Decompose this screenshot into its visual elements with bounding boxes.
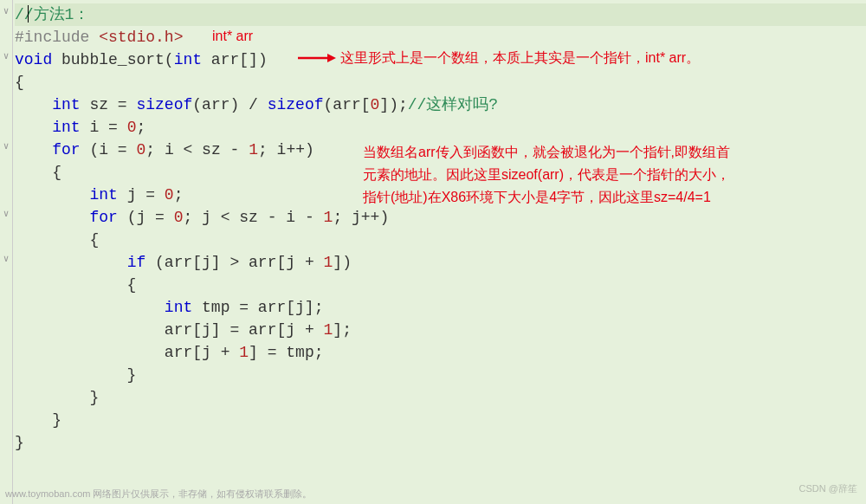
watermark-csdn: CSDN @辞笙 xyxy=(799,482,857,495)
fold-mark[interactable] xyxy=(0,23,12,45)
code-line: { xyxy=(15,71,866,94)
annotation-top-label: int* arr xyxy=(212,26,253,47)
annotation-arrow-note: 这里形式上是一个数组，本质上其实是一个指针，int* arr。 xyxy=(340,48,700,68)
code-line: int sz = sizeof(arr) / sizeof(arr[0]);//… xyxy=(15,94,866,116)
annotation-para-1: 当数组名arr传入到函数中，就会被退化为一个指针,即数组首 xyxy=(363,142,730,163)
annotation-para-2: 元素的地址。因此这里sizeof(arr)，代表是一个指针的大小， xyxy=(363,165,730,185)
code-line: arr[j] = arr[j + 1]; xyxy=(15,319,866,341)
annotation-para-3: 指针(地址)在X86环境下大小是4字节，因此这里sz=4/4=1 xyxy=(363,187,711,208)
svg-marker-1 xyxy=(327,54,336,62)
code-line: int i = 0; xyxy=(15,116,866,139)
code-line: { xyxy=(15,229,866,251)
watermark-text: www.toymoban.com 网络图片仅供展示，非存储，如有侵权请联系删除。 xyxy=(5,488,312,501)
text-cursor xyxy=(28,5,29,23)
code-line: #include <stdio.h> xyxy=(15,26,866,48)
editor-gutter: ∨ ∨ ∨ ∨ ∨ xyxy=(0,0,13,504)
code-line: //方法1： xyxy=(15,3,866,26)
fold-mark[interactable]: ∨ xyxy=(0,203,12,225)
code-line: } xyxy=(15,431,866,454)
fold-mark[interactable]: ∨ xyxy=(0,45,12,68)
fold-mark[interactable] xyxy=(0,68,12,90)
fold-mark[interactable]: ∨ xyxy=(0,135,12,158)
code-content[interactable]: //方法1： #include <stdio.h> void bubble_so… xyxy=(13,0,866,504)
code-line: arr[j + 1] = tmp; xyxy=(15,341,866,364)
fold-mark[interactable]: ∨ xyxy=(0,248,12,270)
code-editor: ∨ ∨ ∨ ∨ ∨ //方法1： #include <stdio.h> void… xyxy=(0,0,866,504)
code-line: if (arr[j] > arr[j + 1]) xyxy=(15,251,866,274)
fold-mark[interactable]: ∨ xyxy=(0,0,12,23)
arrow-icon xyxy=(298,52,331,64)
code-line: } xyxy=(15,386,866,409)
code-line: { xyxy=(15,274,866,296)
code-line: int tmp = arr[j]; xyxy=(15,296,866,319)
code-line: } xyxy=(15,364,866,386)
code-line: } xyxy=(15,409,866,431)
code-line: for (j = 0; j < sz - i - 1; j++) xyxy=(15,206,866,229)
